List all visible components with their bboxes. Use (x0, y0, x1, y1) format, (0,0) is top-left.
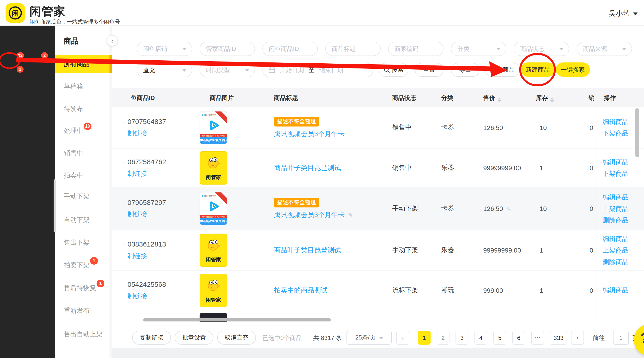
on-shelf-link[interactable]: 上架商品 (603, 245, 628, 255)
processing-badge: 10 (84, 123, 92, 130)
copy-link[interactable]: 制链接 (128, 170, 147, 178)
filter-merchant-code-input[interactable]: 商家编码 (388, 42, 444, 56)
category-cell: 卡券 (441, 205, 454, 213)
page-button-1[interactable]: 1 (418, 331, 430, 344)
submenu-item-aftersale-restore[interactable]: 售后待恢复 (64, 284, 96, 292)
product-title-link[interactable]: 拍卖中的商品测试 (274, 286, 328, 294)
product-id-cell: 0707564837 制链接 (128, 117, 166, 138)
col-header-stock[interactable]: 库存 (536, 94, 554, 102)
submenu-item-pending[interactable]: 待发布 (64, 105, 83, 113)
one-key-migrate-button[interactable]: 一键搬家 (556, 62, 590, 77)
filter-shop-select[interactable]: 闲鱼店铺 (137, 42, 192, 56)
off-shelf-link[interactable]: 下架商品 (603, 169, 628, 178)
product-image[interactable]: ▶腾讯视频VIP 绑QQ自动秒到 不支持TV端 腾讯视频VIP会员·周卡 (200, 192, 227, 225)
filter-category-select[interactable]: 分类 (451, 42, 506, 56)
next-page-button[interactable] (571, 331, 584, 344)
edit-product-link[interactable]: 编辑商品 (603, 117, 628, 127)
sync-products-button[interactable]: 同步商品 (485, 63, 520, 77)
row-actions: 编辑商品 上架商品 删除商品 (596, 187, 635, 230)
off-shelf-link[interactable]: 下架商品 (603, 129, 628, 138)
copy-link[interactable]: 制链接 (128, 211, 147, 219)
more-pages-button[interactable]: ••• (531, 331, 544, 344)
export-button[interactable]: 导出 (451, 63, 480, 77)
page-size-select[interactable]: 25条/页 (346, 331, 392, 344)
app-window: 闲 闲管家 闲鱼商家后台，一站式管理多个闲鱼号 吴小艺 销售管理 统计 店铺 商… (0, 0, 644, 358)
submenu-item-sold-auto-on[interactable]: 售出自动上架 (64, 330, 102, 338)
page-button-3[interactable]: 3 (456, 331, 468, 344)
play-icon (208, 119, 220, 131)
product-image[interactable]: ▶腾讯视频VIP 绑QQ自动秒到 不支持TV端 腾讯视频VIP会员·周卡 (200, 111, 227, 144)
filter-time-type-select[interactable]: 时间类型 (200, 63, 255, 77)
delete-product-link[interactable]: 删除商品 (603, 215, 628, 225)
product-title-link[interactable]: 腾讯视频会员3个月年卡 (274, 211, 345, 219)
date-range-picker[interactable]: 开始日期 至 结束日期 (262, 63, 373, 77)
product-title-link[interactable]: 商品叶子类目琵琶测试 (274, 164, 341, 171)
batch-set-button[interactable]: 批量设置 (175, 331, 214, 344)
copy-link[interactable]: 制链接 (128, 252, 147, 260)
product-image[interactable]: 闲管家 (200, 151, 227, 185)
prev-page-button[interactable] (396, 331, 409, 344)
category-cell: 潮玩 (441, 286, 454, 294)
sidebar-scrollbar[interactable] (54, 180, 56, 232)
status-cell: 销售中 (392, 123, 412, 132)
category-cell: 乐器 (441, 164, 454, 172)
submenu-item-manual-off[interactable]: 手动下架 (64, 193, 90, 201)
vertical-scrollbar[interactable] (635, 108, 640, 157)
submenu-item-soldout-off[interactable]: 售出下架 (64, 239, 90, 247)
col-header-price[interactable]: 售价 (483, 94, 501, 102)
refund-tag: 描述不符全额退 (274, 117, 319, 126)
submenu-item-auction-off[interactable]: 拍卖下架 (64, 261, 90, 270)
date-end-placeholder: 结束日期 (319, 66, 343, 74)
submenu-item-auto-off[interactable]: 自动下架 (64, 216, 90, 224)
horizontal-scrollbar[interactable] (143, 318, 331, 321)
copy-link[interactable]: 制链接 (128, 292, 147, 300)
page-button-2[interactable]: 2 (436, 331, 450, 344)
cancel-direct-charge-button[interactable]: 取消直充 (217, 331, 256, 344)
page-button-333[interactable]: 333 (550, 331, 567, 344)
filter-direct-charge-select[interactable]: 直充 (137, 63, 192, 77)
filter-manager-id-input[interactable]: 管家商品ID (200, 42, 255, 56)
submenu-item-onsale[interactable]: 销售中 (64, 149, 83, 157)
product-id-cell: 0542425568 制链接 (128, 280, 166, 300)
app-title: 闲管家 (30, 4, 66, 19)
page-button-4[interactable]: 4 (474, 331, 488, 344)
page-button-6[interactable]: 6 (512, 331, 525, 344)
on-shelf-link[interactable]: 上架商品 (603, 204, 628, 214)
filter-title-input[interactable]: 商品标题 (325, 42, 381, 56)
sort-icon[interactable] (498, 98, 501, 102)
copy-link[interactable]: 制链接 (128, 129, 147, 138)
product-image[interactable]: 闲管家 (200, 274, 227, 307)
edit-pencil-icon[interactable] (348, 212, 353, 219)
reset-button[interactable]: 重置 (415, 63, 444, 77)
edit-product-link[interactable]: 编辑商品 (603, 285, 628, 295)
filter-source-select[interactable]: 商品来源 (576, 42, 632, 56)
table-row: 0542425568 制链接 闲管家 拍卖中的商品测试 流标下架 潮玩 999.… (112, 270, 644, 310)
submenu-item-auction[interactable]: 拍卖中 (64, 171, 83, 180)
submenu-item-processing[interactable]: 处理中 (64, 127, 83, 135)
copy-link-button[interactable]: 复制链接 (132, 331, 171, 344)
edit-pencil-icon[interactable] (506, 205, 512, 212)
tencent-video-logo: ▶腾讯视频VIP (202, 113, 216, 116)
submenu-item-republish[interactable]: 重新发布 (64, 307, 90, 315)
main-sidebar (0, 26, 55, 358)
filter-status-select[interactable]: 商品状态 (514, 42, 569, 56)
edit-product-link[interactable]: 编辑商品 (603, 234, 628, 244)
delete-product-link[interactable]: 删除商品 (603, 257, 628, 267)
product-title-link[interactable]: 商品叶子类目琵琶测试 (274, 246, 341, 254)
create-product-button[interactable]: 新建商品 (521, 62, 555, 77)
goto-label: 前往 (593, 334, 605, 342)
product-title-link[interactable]: 腾讯视频会员3个月年卡 (274, 130, 345, 138)
edit-product-link[interactable]: 编辑商品 (603, 192, 628, 202)
user-menu[interactable]: 吴小艺 (609, 9, 638, 18)
sort-icon[interactable] (550, 98, 554, 102)
search-button[interactable]: 搜索 (379, 63, 408, 77)
collapse-panel-button[interactable] (107, 35, 118, 46)
page-button-5[interactable]: 5 (494, 331, 506, 344)
submenu-item-drafts[interactable]: 草稿箱 (64, 82, 83, 91)
goto-page-input[interactable] (613, 331, 629, 344)
product-image[interactable]: 闲管家 (200, 234, 227, 267)
edit-product-link[interactable]: 编辑商品 (603, 157, 628, 167)
filter-xianyu-id-input[interactable]: 闲鱼商品ID (262, 42, 318, 56)
mascot-fish-icon (206, 237, 221, 253)
products-badge: 12 (17, 52, 24, 59)
